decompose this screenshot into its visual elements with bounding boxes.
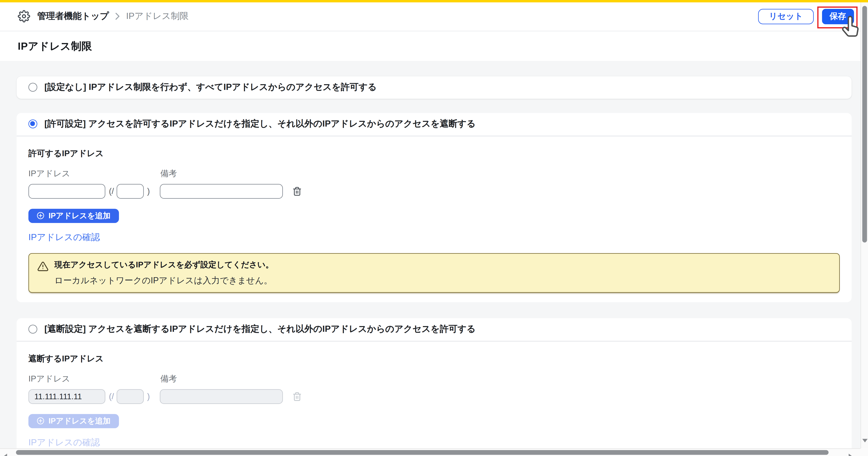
- vertical-scrollbar-thumb[interactable]: [862, 6, 867, 242]
- cursor-hand-icon: [838, 15, 863, 41]
- scroll-right-arrow-icon[interactable]: [848, 451, 852, 456]
- allow-ip-row: (/ ): [28, 184, 840, 198]
- horizontal-scrollbar[interactable]: [0, 448, 860, 456]
- scroll-down-arrow-icon[interactable]: [862, 434, 867, 445]
- check-ip-link-disabled: IPアドレスの確認: [28, 437, 100, 448]
- cidr-open-text: (/: [109, 186, 114, 196]
- allow-section-body: 許可するIPアドレス IPアドレス 備考 (/ ): [17, 136, 851, 302]
- breadcrumb-current: IPアドレス制限: [126, 11, 189, 22]
- ip-address-label: IPアドレス: [28, 168, 70, 178]
- plus-circle-icon: [37, 212, 44, 220]
- option-label: [遮断設定] アクセスを遮断するIPアドレスだけを指定し、それ以外のIPアドレス…: [44, 324, 476, 335]
- delete-row-button-disabled: [292, 391, 302, 401]
- add-ip-button-label: IPアドレスを追加: [49, 416, 111, 426]
- warning-banner: 現在アクセスしているIPアドレスを必ず設定してください。 ローカルネットワークの…: [28, 253, 840, 293]
- allow-cidr-input[interactable]: [116, 184, 144, 198]
- option-row-no-restriction[interactable]: [設定なし] IPアドレス制限を行わず、すべてIPアドレスからのアクセスを許可す…: [17, 76, 851, 99]
- radio-no-restriction[interactable]: [28, 83, 37, 92]
- deny-section-title: 遮断するIPアドレス: [28, 354, 840, 364]
- cidr-close-text: ): [147, 392, 150, 401]
- vertical-scrollbar[interactable]: [860, 2, 868, 449]
- trash-icon: [292, 186, 302, 196]
- allow-settings-group: [許可設定] アクセスを許可するIPアドレスだけを指定し、それ以外のIPアドレス…: [17, 113, 851, 302]
- page-title: IPアドレス制限: [18, 40, 92, 52]
- option-label: [許可設定] アクセスを許可するIPアドレスだけを指定し、それ以外のIPアドレス…: [44, 118, 476, 130]
- field-labels: IPアドレス 備考: [28, 373, 840, 383]
- breadcrumb-root-link[interactable]: 管理者機能トップ: [37, 11, 109, 22]
- warning-line-1: 現在アクセスしているIPアドレスを必ず設定してください。: [55, 260, 273, 269]
- plus-circle-icon: [37, 417, 44, 425]
- header-bar: 管理者機能トップ IPアドレス制限 リセット 保存: [0, 2, 868, 31]
- warning-line-2: ローカルネットワークのIPアドレスは入力できません。: [55, 275, 273, 286]
- deny-settings-group: [遮断設定] アクセスを遮断するIPアドレスだけを指定し、それ以外のIPアドレス…: [17, 318, 851, 453]
- check-ip-link[interactable]: IPアドレスの確認: [28, 232, 100, 243]
- allow-note-input[interactable]: [160, 184, 283, 198]
- cidr-close-text: ): [147, 186, 150, 196]
- admin-ip-restriction-page: 管理者機能トップ IPアドレス制限 リセット 保存 IPアドレス制限 [設定なし…: [0, 0, 868, 456]
- radio-allow[interactable]: [28, 120, 37, 128]
- option-label: [設定なし] IPアドレス制限を行わず、すべてIPアドレスからのアクセスを許可す…: [44, 82, 377, 93]
- horizontal-scrollbar-thumb[interactable]: [16, 450, 829, 455]
- allow-ip-input[interactable]: [28, 184, 105, 198]
- ip-address-label: IPアドレス: [28, 373, 70, 383]
- deny-ip-row: (/ ): [28, 389, 840, 404]
- option-row-deny[interactable]: [遮断設定] アクセスを遮断するIPアドレスだけを指定し、それ以外のIPアドレス…: [17, 318, 851, 340]
- deny-ip-input: [28, 389, 105, 404]
- note-label: 備考: [160, 168, 177, 179]
- title-band: IPアドレス制限: [0, 31, 868, 61]
- add-ip-button[interactable]: IPアドレスを追加: [28, 208, 119, 223]
- deny-note-input: [160, 389, 283, 404]
- deny-section-body: 遮断するIPアドレス IPアドレス 備考 (/ ): [17, 341, 851, 453]
- option-row-allow[interactable]: [許可設定] アクセスを許可するIPアドレスだけを指定し、それ以外のIPアドレス…: [17, 113, 851, 135]
- chevron-right-icon: [115, 12, 120, 20]
- allow-section-title: 許可するIPアドレス: [28, 148, 840, 159]
- warning-triangle-icon: [37, 260, 49, 286]
- scroll-left-arrow-icon[interactable]: [4, 451, 7, 456]
- cidr-open-text: (/: [109, 392, 114, 401]
- warning-text: 現在アクセスしているIPアドレスを必ず設定してください。 ローカルネットワークの…: [55, 260, 273, 286]
- trash-icon: [292, 391, 302, 401]
- deny-cidr-input: [116, 389, 144, 404]
- radio-deny[interactable]: [28, 325, 37, 333]
- gear-icon: [18, 10, 30, 23]
- note-label: 備考: [160, 373, 177, 384]
- main-content: [設定なし] IPアドレス制限を行わず、すべてIPアドレスからのアクセスを許可す…: [0, 61, 868, 456]
- reset-button[interactable]: リセット: [758, 9, 813, 24]
- add-ip-button-disabled: IPアドレスを追加: [28, 414, 119, 428]
- add-ip-button-label: IPアドレスを追加: [49, 210, 111, 221]
- scrollbar-corner: [860, 448, 868, 456]
- delete-row-button[interactable]: [292, 186, 302, 196]
- field-labels: IPアドレス 備考: [28, 168, 840, 178]
- top-accent-strip: [0, 0, 868, 2]
